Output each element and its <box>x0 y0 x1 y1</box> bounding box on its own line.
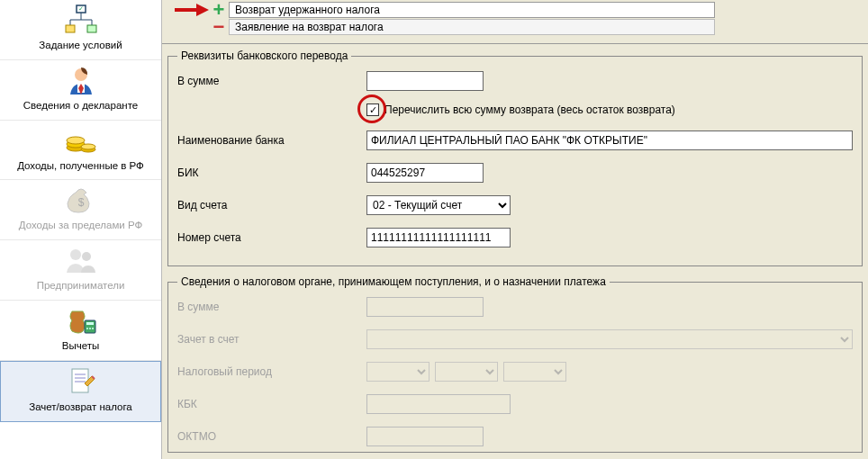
sidebar: ✓ Задание условий Сведения о декларанте <box>0 0 162 459</box>
svg-point-16 <box>70 249 81 260</box>
transfer-all-row: ✓ Перечислить всю сумму возврата (весь о… <box>366 104 853 116</box>
document-edit-icon <box>63 365 99 398</box>
bank-legend: Реквизиты банковского перевода <box>177 50 351 62</box>
kbk-input <box>366 394 511 414</box>
sidebar-item-refund[interactable]: Зачет/возврат налога <box>0 361 161 422</box>
period-select-3 <box>503 362 566 382</box>
tax-legend: Сведения о налоговом органе, принимающем… <box>177 275 610 288</box>
sidebar-label: Задание условий <box>2 40 159 52</box>
svg-rect-23 <box>72 369 88 392</box>
moneybag-icon: $ <box>63 184 99 216</box>
coins-icon <box>63 124 99 157</box>
tax-sum-input <box>366 297 484 317</box>
period-select-2 <box>435 362 498 382</box>
bankname-label: Наименование банка <box>177 134 366 147</box>
sum-input[interactable] <box>366 71 484 91</box>
period-label: Налоговый период <box>177 365 366 378</box>
svg-point-20 <box>86 328 88 329</box>
main-area: + Возврат удержанного налога − Заявление… <box>162 0 868 459</box>
svg-rect-6 <box>87 25 96 32</box>
sidebar-item-entrepreneurs[interactable]: Предприниматели <box>0 240 161 301</box>
sidebar-item-deductions[interactable]: Вычеты <box>0 301 161 361</box>
kbk-label: КБК <box>177 398 366 410</box>
svg-point-17 <box>82 252 91 261</box>
arrow-right-icon <box>173 2 209 18</box>
vase-calc-icon <box>63 304 99 337</box>
row-label: Возврат удержанного налога <box>235 4 380 16</box>
org-chart-icon: ✓ <box>63 4 99 36</box>
sidebar-item-income-foreign[interactable]: $ Доходы за пределами РФ <box>0 180 161 240</box>
row-label: Заявление на возврат налога <box>235 21 384 33</box>
bik-label: БИК <box>177 166 366 179</box>
sidebar-item-declarant[interactable]: Сведения о декларанте <box>0 60 161 121</box>
sidebar-item-income-rf[interactable]: Доходы, полученные в РФ <box>0 121 161 181</box>
period-select-1 <box>366 362 429 382</box>
acctype-label: Вид счета <box>177 199 366 212</box>
bik-input[interactable] <box>366 163 484 183</box>
sidebar-label: Зачет/возврат налога <box>3 401 158 414</box>
sidebar-label: Сведения о декларанте <box>2 100 159 112</box>
svg-point-21 <box>89 328 91 329</box>
sidebar-label: Доходы, полученные в РФ <box>2 160 159 173</box>
svg-point-22 <box>92 328 94 329</box>
oktmo-label: ОКТМО <box>177 430 366 443</box>
credit-select <box>366 329 853 349</box>
svg-text:$: $ <box>77 196 84 209</box>
bankname-input[interactable] <box>366 130 853 150</box>
list-row[interactable]: Заявление на возврат налога <box>229 19 715 35</box>
accnum-label: Номер счета <box>177 231 366 244</box>
tax-sum-label: В сумме <box>177 301 366 313</box>
transfer-all-checkbox[interactable]: ✓ <box>366 104 379 116</box>
sidebar-label: Доходы за пределами РФ <box>2 220 159 232</box>
credit-label: Зачет в счет <box>177 333 366 346</box>
bank-fieldset: Реквизиты банковского перевода В сумме ✓… <box>167 50 863 266</box>
person-icon <box>63 64 99 96</box>
svg-marker-28 <box>196 4 209 16</box>
people-icon <box>63 244 99 276</box>
tax-fieldset: Сведения о налоговом органе, принимающем… <box>167 275 863 453</box>
svg-point-12 <box>67 137 85 144</box>
list-row[interactable]: Возврат удержанного налога <box>229 2 715 18</box>
sidebar-label: Предприниматели <box>2 280 159 292</box>
sidebar-label: Вычеты <box>2 340 159 353</box>
svg-rect-19 <box>86 322 94 325</box>
remove-row-icon[interactable]: − <box>209 19 229 35</box>
svg-point-14 <box>81 144 95 149</box>
svg-text:✓: ✓ <box>78 5 84 12</box>
svg-rect-5 <box>66 25 75 32</box>
accnum-input[interactable] <box>366 228 511 248</box>
sum-label: В сумме <box>177 75 366 87</box>
transfer-all-label: Перечислить всю сумму возврата (весь ост… <box>384 104 675 116</box>
oktmo-input <box>366 427 484 446</box>
top-list: + Возврат удержанного налога − Заявление… <box>162 0 868 43</box>
acctype-select[interactable]: 02 - Текущий счет <box>366 195 511 215</box>
sidebar-item-conditions[interactable]: ✓ Задание условий <box>0 0 161 60</box>
